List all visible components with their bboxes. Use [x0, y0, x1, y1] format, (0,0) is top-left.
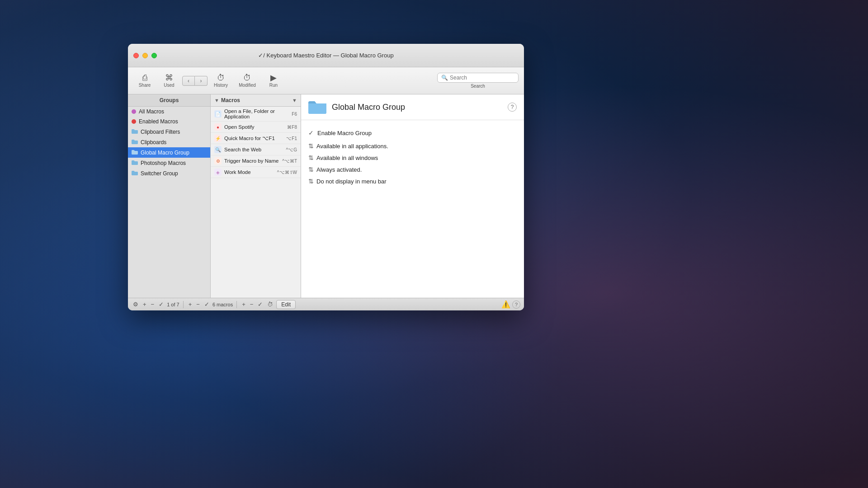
gear-icon[interactable]: ⚙ — [132, 300, 140, 308]
clock-action-button[interactable]: ⏱ — [266, 300, 274, 308]
search-input[interactable] — [450, 75, 514, 81]
status-bar: ⚙ + − ✓ 1 of 7 + − ✓ 6 macros + − ✓ ⏱ Ed… — [128, 298, 524, 310]
cycle-icon-windows: ⇅ — [308, 154, 314, 161]
macros-list: 📄 Open a File, Folder or Application F6 … — [211, 107, 301, 298]
macro-item-search-web[interactable]: 🔍 Search the Web ^⌥G — [211, 144, 301, 155]
open-file-label: Open a File, Folder or Application — [224, 108, 289, 119]
edit-button[interactable]: Edit — [276, 300, 296, 309]
detail-folder-icon — [308, 100, 326, 114]
history-button[interactable]: ⏱ History — [209, 72, 232, 89]
remove-action-button[interactable]: − — [249, 300, 255, 308]
photoshop-macros-folder-icon — [132, 160, 138, 166]
work-mode-icon: ◈ — [214, 169, 222, 176]
macros-header-label: Macros — [221, 97, 240, 103]
search-box[interactable]: 🔍 — [437, 73, 519, 83]
macro-item-trigger-macro[interactable]: ⚙ Trigger Macro by Name ^⌥⌘T — [211, 155, 301, 167]
detail-title: Global Macro Group — [332, 103, 405, 112]
remove-macro-button[interactable]: − — [195, 300, 201, 308]
no-menu-bar-label: Do not display in menu bar — [316, 178, 387, 185]
quick-macro-label: Quick Macro for ⌥F1 — [224, 135, 283, 141]
available-apps-row[interactable]: ⇅ Available in all applications. — [308, 140, 517, 152]
quick-macro-shortcut: ⌥F1 — [286, 136, 297, 141]
search-label: Search — [471, 84, 485, 89]
macro-item-work-mode[interactable]: ◈ Work Mode ^⌥⌘⇧W — [211, 167, 301, 178]
all-macros-label: All Macros — [139, 108, 164, 115]
sidebar-item-clipboards[interactable]: Clipboards — [128, 137, 210, 147]
close-button[interactable] — [133, 53, 139, 58]
macro-item-open-file[interactable]: 📄 Open a File, Folder or Application F6 — [211, 107, 301, 122]
filter-icon: ▼ — [214, 98, 219, 103]
enable-macro-group-row[interactable]: ✓ Enable Macro Group — [308, 127, 517, 138]
status-help-button[interactable]: ? — [512, 300, 520, 309]
maximize-button[interactable] — [151, 53, 157, 58]
search-web-shortcut: ^⌥G — [286, 147, 297, 152]
switcher-group-folder-icon — [132, 170, 138, 177]
sidebar-item-clipboard-filters[interactable]: Clipboard Filters — [128, 127, 210, 137]
cycle-icon-apps: ⇅ — [308, 142, 314, 150]
sidebar-item-global-macro-group[interactable]: Global Macro Group — [128, 147, 210, 158]
share-button[interactable]: ⎙ Share — [133, 72, 156, 89]
check-group-button[interactable]: ✓ — [157, 300, 165, 308]
modified-button[interactable]: ⏱ Modified — [234, 72, 260, 89]
search-icon: 🔍 — [441, 75, 448, 81]
search-web-label: Search the Web — [224, 147, 283, 152]
macro-item-quick-macro[interactable]: ⚡ Quick Macro for ⌥F1 ⌥F1 — [211, 133, 301, 144]
add-macro-button[interactable]: + — [187, 300, 193, 308]
check-action-button[interactable]: ✓ — [256, 300, 264, 308]
warning-icon[interactable]: ⚠️ — [501, 300, 510, 309]
history-label: History — [214, 83, 228, 88]
run-button[interactable]: ▶ Run — [262, 72, 285, 89]
open-spotify-label: Open Spotify — [224, 124, 284, 130]
add-group-button[interactable]: + — [142, 300, 148, 308]
check-macro-button[interactable]: ✓ — [203, 300, 211, 308]
macros-header: ▼ Macros ▼ — [211, 94, 301, 107]
clipboards-folder-icon — [132, 139, 138, 145]
nav-controls: ‹ › — [182, 76, 208, 86]
cycle-icon-activated: ⇅ — [308, 166, 314, 173]
macros-panel: ▼ Macros ▼ 📄 Open a File, Folder or Appl… — [211, 94, 301, 298]
traffic-lights — [133, 53, 157, 58]
all-macros-dot — [132, 109, 136, 114]
remove-group-button[interactable]: − — [150, 300, 156, 308]
enable-macro-group-label: Enable Macro Group — [317, 130, 372, 136]
sidebar-item-switcher-group[interactable]: Switcher Group — [128, 168, 210, 178]
always-activated-row[interactable]: ⇅ Always activated. — [308, 164, 517, 175]
photoshop-macros-label: Photoshop Macros — [141, 160, 186, 166]
macro-count: 6 macros — [212, 302, 233, 307]
no-menu-bar-row[interactable]: ⇅ Do not display in menu bar — [308, 175, 517, 187]
macro-item-open-spotify[interactable]: ● Open Spotify ⌘F8 — [211, 122, 301, 133]
groups-header: Groups — [128, 94, 210, 107]
search-container: 🔍 Search — [437, 73, 519, 89]
used-button[interactable]: ⌘ Used — [158, 72, 180, 89]
detail-section: ⇅ Available in all applications. ⇅ Avail… — [308, 140, 517, 187]
run-label: Run — [269, 83, 278, 88]
group-count: 1 of 7 — [167, 302, 179, 307]
add-action-button[interactable]: + — [241, 300, 247, 308]
trigger-macro-shortcut: ^⌥⌘T — [282, 159, 297, 164]
available-windows-row[interactable]: ⇅ Available in all windows — [308, 152, 517, 164]
trigger-macro-label: Trigger Macro by Name — [224, 158, 279, 164]
used-label: Used — [164, 83, 174, 88]
available-apps-label: Available in all applications. — [316, 143, 388, 150]
share-icon: ⎙ — [142, 74, 147, 82]
switcher-group-label: Switcher Group — [141, 170, 178, 177]
detail-header: Global Macro Group ? — [301, 94, 524, 120]
sidebar-item-all-macros[interactable]: All Macros — [128, 107, 210, 117]
enable-checkmark-icon: ✓ — [308, 129, 314, 136]
cycle-icon-menu: ⇅ — [308, 178, 314, 185]
forward-button[interactable]: › — [195, 76, 208, 86]
sidebar-item-photoshop-macros[interactable]: Photoshop Macros — [128, 158, 210, 168]
enabled-macros-label: Enabled Macros — [139, 118, 178, 125]
groups-panel: Groups All Macros Enabled Macros — [128, 94, 211, 298]
always-activated-label: Always activated. — [316, 166, 362, 173]
open-file-icon: 📄 — [214, 110, 222, 117]
run-icon: ▶ — [270, 74, 277, 82]
detail-help-button[interactable]: ? — [508, 103, 517, 112]
status-divider-2 — [236, 301, 237, 308]
minimize-button[interactable] — [142, 53, 148, 58]
main-content: Groups All Macros Enabled Macros — [128, 94, 524, 298]
sidebar-item-enabled-macros[interactable]: Enabled Macros — [128, 117, 210, 127]
back-button[interactable]: ‹ — [182, 76, 195, 86]
title-bar: ✓/ Keyboard Maestro Editor — Global Macr… — [128, 44, 524, 67]
macros-sort-icon: ▼ — [292, 98, 297, 103]
